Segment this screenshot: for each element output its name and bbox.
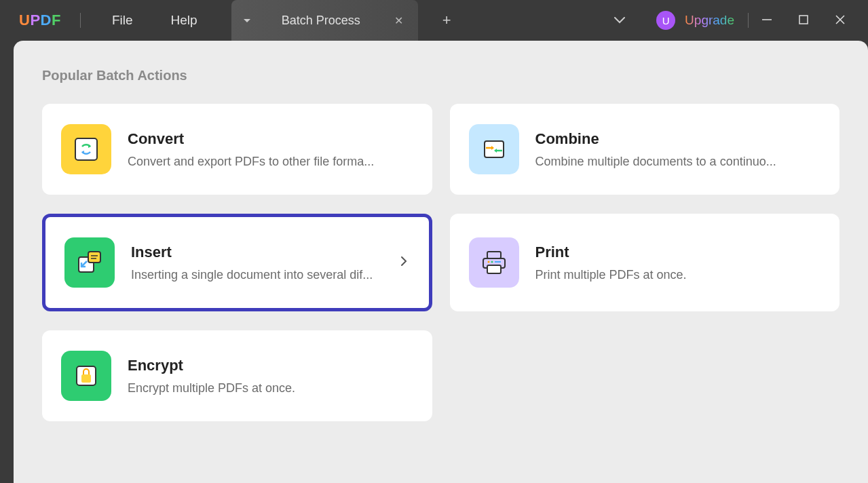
svg-point-12 — [491, 261, 493, 263]
combine-icon — [469, 124, 519, 174]
card-title: Convert — [128, 130, 413, 148]
card-title: Print — [535, 244, 821, 261]
card-print[interactable]: Print Print multiple PDFs at once. — [450, 214, 840, 311]
tab-title: Batch Process — [282, 14, 360, 28]
convert-icon — [61, 124, 111, 174]
app-logo: UPDF — [0, 12, 80, 29]
tab-dropdown-icon[interactable] — [244, 19, 250, 22]
card-insert[interactable]: Insert Inserting a single document into … — [42, 214, 432, 311]
svg-rect-15 — [81, 374, 91, 383]
svg-rect-2 — [75, 138, 97, 160]
avatar: U — [656, 11, 675, 30]
new-tab-button[interactable]: + — [418, 12, 476, 29]
page-section-title: Popular Batch Actions — [42, 68, 839, 83]
svg-rect-1 — [799, 16, 808, 24]
svg-rect-8 — [487, 252, 501, 258]
titlebar: UPDF File Help Batch Process ✕ + U Upgra… — [0, 0, 868, 41]
cards-grid: Convert Convert and export PDFs to other… — [42, 104, 839, 421]
upgrade-label: Upgrade — [685, 13, 734, 28]
upgrade-button[interactable]: U Upgrade — [643, 11, 748, 30]
menu-help[interactable]: Help — [171, 13, 197, 28]
content-area: Popular Batch Actions Convert Convert an… — [14, 41, 868, 483]
card-desc: Convert and export PDFs to other file fo… — [128, 155, 413, 169]
encrypt-icon — [61, 351, 111, 401]
card-desc: Inserting a single document into several… — [131, 268, 384, 282]
card-encrypt[interactable]: Encrypt Encrypt multiple PDFs at once. — [42, 330, 432, 421]
chevron-down-icon[interactable] — [597, 14, 643, 26]
card-desc: Combine multiple documents to a continuo… — [535, 155, 821, 169]
main-menu: File Help — [81, 13, 229, 28]
svg-rect-3 — [485, 141, 504, 157]
card-title: Encrypt — [128, 357, 413, 374]
close-window-icon[interactable] — [835, 15, 845, 26]
close-icon[interactable]: ✕ — [392, 12, 406, 30]
card-desc: Print multiple PDFs at once. — [535, 268, 821, 282]
tab-batch-process[interactable]: Batch Process ✕ — [231, 0, 418, 41]
svg-point-11 — [487, 261, 489, 263]
chevron-right-icon — [400, 256, 410, 269]
card-convert[interactable]: Convert Convert and export PDFs to other… — [42, 104, 432, 195]
svg-rect-10 — [487, 265, 501, 273]
card-combine[interactable]: Combine Combine multiple documents to a … — [450, 104, 840, 195]
card-title: Combine — [535, 130, 821, 148]
window-controls — [749, 15, 868, 26]
menu-file[interactable]: File — [112, 13, 133, 28]
card-title: Insert — [131, 244, 384, 261]
maximize-icon[interactable] — [799, 15, 808, 26]
insert-icon — [64, 237, 115, 288]
card-desc: Encrypt multiple PDFs at once. — [128, 381, 413, 395]
minimize-icon[interactable] — [762, 15, 772, 26]
svg-rect-5 — [88, 252, 100, 263]
print-icon — [469, 237, 519, 288]
